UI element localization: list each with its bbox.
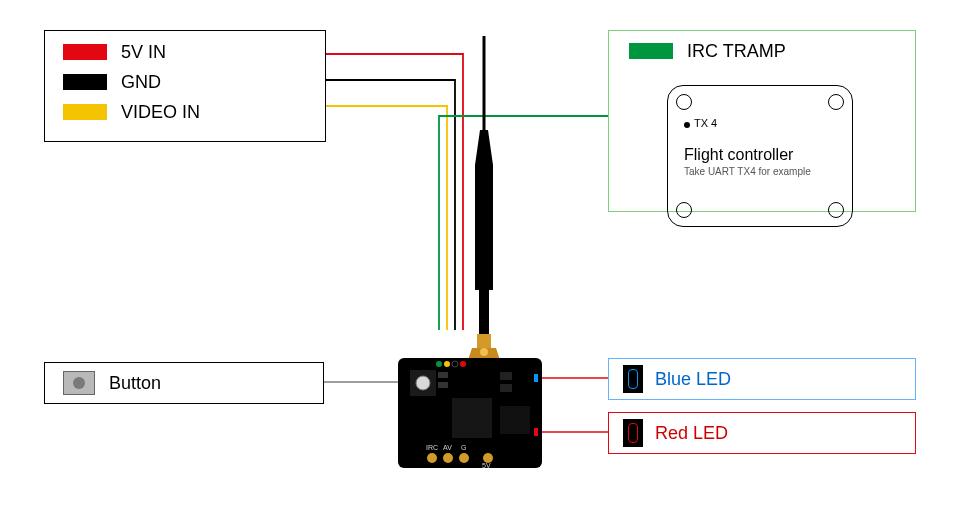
silk-irc: IRC	[426, 444, 438, 451]
svg-rect-2	[477, 334, 491, 348]
silk-5v: 5V	[482, 462, 491, 469]
svg-rect-22	[534, 428, 538, 436]
svg-point-15	[459, 453, 469, 463]
svg-rect-12	[438, 382, 448, 388]
svg-point-18	[444, 361, 450, 367]
svg-rect-7	[452, 398, 492, 438]
svg-point-6	[416, 376, 430, 390]
svg-rect-10	[500, 406, 530, 434]
svg-rect-11	[438, 372, 448, 378]
svg-rect-9	[500, 384, 512, 392]
svg-point-17	[436, 361, 442, 367]
svg-rect-1	[479, 290, 489, 334]
silk-g: G	[461, 444, 466, 451]
svg-point-13	[427, 453, 437, 463]
svg-rect-8	[500, 372, 512, 380]
svg-point-3	[480, 348, 488, 356]
svg-point-14	[443, 453, 453, 463]
svg-point-19	[452, 361, 458, 367]
silk-av: AV	[443, 444, 452, 451]
svg-point-20	[460, 361, 466, 367]
svg-rect-21	[534, 374, 538, 382]
vtx-module: IRC AV G 5V	[0, 0, 960, 522]
